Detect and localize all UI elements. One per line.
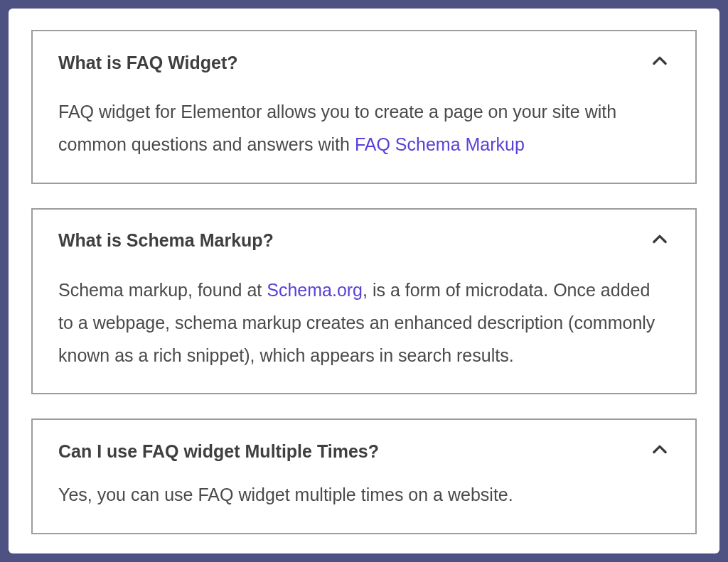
chevron-up-icon	[650, 51, 670, 74]
faq-answer: Schema markup, found at Schema.org, is a…	[58, 274, 670, 372]
faq-answer: Yes, you can use FAQ widget multiple tim…	[58, 478, 670, 511]
faq-toggle[interactable]: What is Schema Markup?	[58, 229, 670, 252]
faq-item: What is FAQ Widget? FAQ widget for Eleme…	[31, 30, 697, 184]
faq-container: What is FAQ Widget? FAQ widget for Eleme…	[9, 9, 719, 553]
faq-question: Can I use FAQ widget Multiple Times?	[58, 441, 379, 462]
faq-answer: FAQ widget for Elementor allows you to c…	[58, 95, 670, 161]
faq-question: What is Schema Markup?	[58, 230, 274, 251]
faq-item: Can I use FAQ widget Multiple Times? Yes…	[31, 418, 697, 534]
chevron-up-icon	[650, 229, 670, 252]
faq-answer-link[interactable]: FAQ Schema Markup	[355, 134, 525, 154]
faq-answer-text: FAQ widget for Elementor allows you to c…	[58, 102, 616, 154]
faq-toggle[interactable]: What is FAQ Widget?	[58, 51, 670, 74]
faq-question: What is FAQ Widget?	[58, 53, 238, 73]
chevron-up-icon	[650, 440, 670, 463]
faq-item: What is Schema Markup? Schema markup, fo…	[31, 208, 697, 395]
faq-answer-link[interactable]: Schema.org	[267, 280, 363, 300]
faq-answer-text: Schema markup, found at	[58, 280, 267, 300]
faq-answer-text: Yes, you can use FAQ widget multiple tim…	[58, 485, 513, 504]
faq-toggle[interactable]: Can I use FAQ widget Multiple Times?	[58, 440, 670, 463]
